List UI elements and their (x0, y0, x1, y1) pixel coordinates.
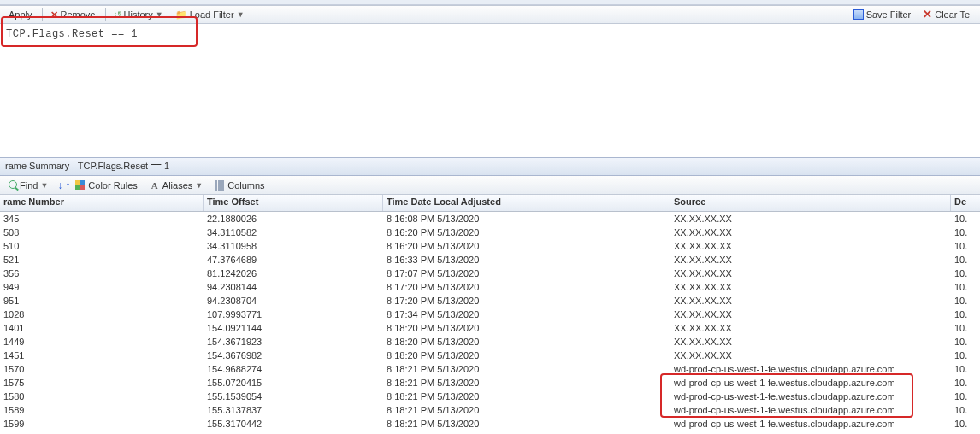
folder-icon: 📁 (175, 9, 187, 21)
apply-button[interactable]: Apply (3, 9, 38, 21)
clear-text-button[interactable]: ✕Clear Te (918, 9, 975, 21)
color-rules-button[interactable]: Color Rules (70, 179, 142, 191)
cell-time-offset: 154.0921144 (204, 321, 383, 335)
cell-frame-number: 949 (0, 280, 204, 294)
cell-source: XX.XX.XX.XX (670, 253, 951, 267)
cell-time-offset: 107.9993771 (204, 308, 383, 321)
cell-source: XX.XX.XX.XX (670, 212, 951, 226)
cell-destination: 10. (951, 390, 980, 403)
table-row[interactable]: 1599155.31704428:18:21 PM 5/13/2020wd-pr… (0, 417, 980, 431)
cell-frame-number: 1449 (0, 335, 204, 349)
filter-editor[interactable] (0, 24, 980, 157)
cell-time-offset: 94.2308144 (204, 280, 383, 294)
cell-time-offset: 94.2308704 (204, 294, 383, 308)
cell-frame-number: 521 (0, 253, 204, 267)
table-row[interactable]: 95194.23087048:17:20 PM 5/13/2020XX.XX.X… (0, 294, 980, 308)
cell-destination: 10. (951, 212, 980, 226)
table-row[interactable]: 50834.31105828:16:20 PM 5/13/2020XX.XX.X… (0, 226, 980, 239)
table-row[interactable]: 35681.12420268:17:07 PM 5/13/2020XX.XX.X… (0, 267, 980, 280)
cell-frame-number: 1570 (0, 362, 204, 376)
clear-icon: ✕ (923, 9, 932, 20)
cell-time-date: 8:16:20 PM 5/13/2020 (383, 226, 670, 239)
cell-frame-number: 1575 (0, 376, 204, 390)
cell-time-date: 8:16:33 PM 5/13/2020 (383, 253, 670, 267)
find-dropdown[interactable]: Find▼ (3, 179, 53, 191)
cell-time-date: 8:18:21 PM 5/13/2020 (383, 417, 670, 431)
cell-time-offset: 154.9688274 (204, 362, 383, 376)
table-row[interactable]: 52147.37646898:16:33 PM 5/13/2020XX.XX.X… (0, 253, 980, 267)
cell-destination: 10. (951, 253, 980, 267)
table-row[interactable]: 34522.18800268:16:08 PM 5/13/2020XX.XX.X… (0, 212, 980, 226)
cell-destination: 10. (951, 239, 980, 253)
load-filter-dropdown[interactable]: 📁Load Filter▼ (170, 9, 250, 21)
remove-icon: ✕ (50, 9, 58, 21)
col-time-date-local[interactable]: Time Date Local Adjusted (383, 195, 670, 211)
table-row[interactable]: 1401154.09211448:18:20 PM 5/13/2020XX.XX… (0, 321, 980, 335)
col-source[interactable]: Source (670, 195, 951, 211)
cell-source: wd-prod-cp-us-west-1-fe.westus.cloudapp.… (670, 417, 951, 431)
col-frame-number[interactable]: rame Number (0, 195, 204, 211)
remove-button[interactable]: ✕Remove (45, 9, 101, 21)
cell-frame-number: 1028 (0, 308, 204, 321)
go-prev-button[interactable]: ↓ (57, 179, 62, 191)
cell-destination: 10. (951, 294, 980, 308)
cell-time-offset: 155.1539054 (204, 390, 383, 403)
cell-source: XX.XX.XX.XX (670, 267, 951, 280)
cell-destination: 10. (951, 267, 980, 280)
table-row[interactable]: 1580155.15390548:18:21 PM 5/13/2020wd-pr… (0, 390, 980, 403)
table-row[interactable]: 1570154.96882748:18:21 PM 5/13/2020wd-pr… (0, 362, 980, 376)
find-icon (9, 180, 17, 189)
cell-destination: 10. (951, 403, 980, 417)
col-destination[interactable]: De (951, 195, 980, 211)
filter-expression-input[interactable] (3, 26, 191, 42)
cell-frame-number: 951 (0, 294, 204, 308)
cell-time-offset: 34.3110582 (204, 226, 383, 239)
table-row[interactable]: 1028107.99937718:17:34 PM 5/13/2020XX.XX… (0, 308, 980, 321)
cell-frame-number: 1599 (0, 417, 204, 431)
columns-icon (215, 180, 225, 191)
cell-time-date: 8:18:21 PM 5/13/2020 (383, 390, 670, 403)
cell-source: XX.XX.XX.XX (670, 335, 951, 349)
cell-destination: 10. (951, 417, 980, 431)
cell-frame-number: 508 (0, 226, 204, 239)
cell-source: XX.XX.XX.XX (670, 226, 951, 239)
cell-frame-number: 345 (0, 212, 204, 226)
cell-destination: 10. (951, 362, 980, 376)
cell-destination: 10. (951, 321, 980, 335)
table-row[interactable]: 1451154.36769828:18:20 PM 5/13/2020XX.XX… (0, 349, 980, 362)
table-row[interactable]: 1589155.31378378:18:21 PM 5/13/2020wd-pr… (0, 403, 980, 417)
cell-time-date: 8:16:08 PM 5/13/2020 (383, 212, 670, 226)
cell-source: XX.XX.XX.XX (670, 349, 951, 362)
cell-source: wd-prod-cp-us-west-1-fe.westus.cloudapp.… (670, 390, 951, 403)
cell-source: wd-prod-cp-us-west-1-fe.westus.cloudapp.… (670, 362, 951, 376)
col-time-offset[interactable]: Time Offset (204, 195, 383, 211)
cell-time-offset: 154.3676982 (204, 349, 383, 362)
cell-time-offset: 155.3137837 (204, 403, 383, 417)
grid-body[interactable]: 34522.18800268:16:08 PM 5/13/2020XX.XX.X… (0, 212, 980, 434)
cell-source: XX.XX.XX.XX (670, 321, 951, 335)
filter-toolbar: Apply ✕Remove ↺History▼ 📁Load Filter▼ Sa… (0, 5, 980, 24)
cell-destination: 10. (951, 226, 980, 239)
table-row[interactable]: 51034.31109588:16:20 PM 5/13/2020XX.XX.X… (0, 239, 980, 253)
columns-dropdown[interactable]: Columns (210, 179, 269, 191)
cell-time-date: 8:18:21 PM 5/13/2020 (383, 362, 670, 376)
cell-time-date: 8:18:20 PM 5/13/2020 (383, 335, 670, 349)
table-row[interactable]: 1575155.07204158:18:21 PM 5/13/2020wd-pr… (0, 376, 980, 390)
cell-time-offset: 155.3974860 (204, 431, 383, 434)
aliases-dropdown[interactable]: AAliases▼ (145, 179, 208, 191)
frame-summary-title: rame Summary - TCP.Flags.Reset == 1 (0, 157, 980, 176)
history-dropdown[interactable]: ↺History▼ (109, 9, 168, 21)
table-row[interactable]: 94994.23081448:17:20 PM 5/13/2020XX.XX.X… (0, 280, 980, 294)
cell-time-offset: 154.3671923 (204, 335, 383, 349)
cell-frame-number: 356 (0, 267, 204, 280)
history-icon: ↺ (114, 9, 121, 21)
cell-time-offset: 155.3170442 (204, 417, 383, 431)
save-filter-button[interactable]: Save Filter (848, 9, 917, 21)
cell-frame-number: 1605 (0, 431, 204, 434)
table-row[interactable]: 1605155.39748608:18:21 PM 5/13/2020wd-pr… (0, 431, 980, 434)
cell-destination: 10. (951, 280, 980, 294)
table-row[interactable]: 1449154.36719238:18:20 PM 5/13/2020XX.XX… (0, 335, 980, 349)
cell-time-offset: 22.1880026 (204, 212, 383, 226)
cell-source: XX.XX.XX.XX (670, 294, 951, 308)
cell-time-offset: 155.0720415 (204, 376, 383, 390)
